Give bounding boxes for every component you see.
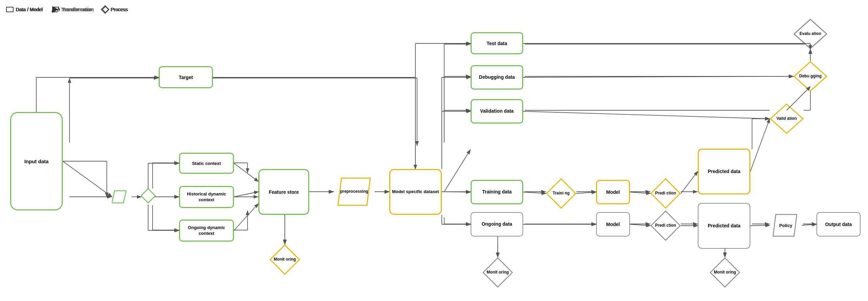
ongoing-dynamic-context-node: Ongoing dynamic context [179,220,234,242]
target-node: Target [159,66,213,88]
prediction-yellow-node: Predi ction [650,178,681,209]
svg-line-78 [234,204,258,230]
training-data-node: Training data [471,180,523,204]
svg-marker-51 [52,7,59,12]
ongoing-data-label: Ongoing data [481,221,512,228]
prediction-gray-label: Predi ction [655,223,676,228]
legend-transform-label: Transformation [62,7,94,12]
policy-label: Policy [779,223,792,228]
monitoring-3-node: Monit oring [710,257,740,288]
svg-line-95 [630,192,650,193]
svg-line-96 [681,171,698,193]
legend-transform-icon [51,6,60,13]
svg-line-25 [444,149,471,192]
historical-dynamic-context-node: Historical dynamic context [179,186,234,208]
ongoing-data-node: Ongoing data [471,212,523,237]
legend-transform: Transformation [51,6,94,13]
legend-process: Process [102,6,128,13]
predicted-data-yellow-node: Predicted data [698,149,750,194]
predicted-data-gray-node: Predicted data [698,203,750,249]
model-gray-node: Model [596,212,630,237]
output-data-node: Output data [816,212,861,237]
ongoing-dynamic-context-label: Ongoing dynamic context [180,225,233,237]
feature-store-node: Feature store [258,169,309,215]
test-data-node: Test data [471,32,523,54]
monitoring-1-label: Monit oring [274,257,296,262]
test-data-label: Test data [487,41,507,46]
transform-arrow-small [112,189,132,204]
debugging-diamond-node: Debu gging [793,61,827,92]
svg-line-90 [442,192,471,192]
legend-bar: Data / Model Transformation Process [6,6,128,13]
svg-line-93 [523,192,546,193]
process-diamond-small [141,188,156,203]
output-data-label: Output data [825,222,852,227]
svg-marker-52 [59,7,60,12]
legend-process-icon [102,6,109,13]
svg-marker-53 [102,6,108,13]
input-data-label: Input data [24,158,49,164]
preprocessing-node: preprocessing [333,176,375,207]
model-yellow-label: Model [606,189,620,195]
legend-rect-shape [6,7,14,12]
svg-marker-54 [112,191,126,203]
monitoring-1-node: Monit oring [270,244,300,275]
svg-line-94 [576,192,596,193]
policy-node: Policy [770,213,802,238]
process-diamond-svg [141,188,156,203]
historical-dynamic-context-label: Historical dynamic context [180,191,233,203]
model-specific-dataset-node: Model specific dataset [389,169,442,215]
svg-line-77 [234,192,258,197]
validation-data-node: Validation data [471,99,523,124]
prediction-gray-node: Predi ction [650,210,681,241]
validation-diamond-node: Valid ation [770,104,804,134]
feature-store-label: Feature store [269,189,299,195]
validation-diamond-label: Valid ation [776,116,797,121]
svg-line-100 [523,76,793,77]
predicted-data-gray-label: Predicted data [708,223,740,229]
svg-line-98 [523,111,770,119]
predicted-data-yellow-label: Predicted data [708,168,740,175]
debugging-data-label: Debugging data [479,74,515,81]
legend-data-label: Data / Model [16,7,42,12]
svg-line-107 [750,225,770,226]
model-gray-label: Model [606,222,620,227]
monitoring-2-node: Monit oring [482,257,513,288]
input-data-node: Input data [10,112,63,210]
model-yellow-node: Model [596,180,630,204]
preprocessing-label: preprocessing [340,189,368,194]
svg-line-97 [750,119,770,171]
static-context-label: Static context [192,161,221,166]
training-node: Traini ng [546,178,576,209]
legend-process-label: Process [111,7,128,12]
validation-data-label: Validation data [480,108,514,115]
legend-data: Data / Model [6,7,42,12]
target-label: Target [179,75,193,80]
evaluation-diamond-node: Evalu ation [793,19,827,49]
debugging-diamond-label: Debu gging [799,74,822,79]
training-data-label: Training data [482,189,512,195]
evaluation-diamond-label: Evalu ation [800,31,821,37]
svg-marker-55 [141,189,155,203]
static-context-node: Static context [179,153,234,174]
prediction-yellow-label: Predi ction [655,191,676,196]
monitoring-2-label: Monit oring [487,270,509,275]
model-specific-dataset-label: Model specific dataset [392,189,439,195]
diagram-container: Data / Model Transformation Process [0,0,868,301]
transform-arrow-svg [112,189,132,204]
debugging-data-node: Debugging data [471,65,523,90]
svg-line-68 [63,161,112,197]
svg-line-76 [234,163,258,182]
monitoring-3-label: Monit oring [714,270,736,275]
training-label: Traini ng [553,191,570,196]
svg-line-108 [802,224,816,225]
svg-line-105 [630,224,650,226]
